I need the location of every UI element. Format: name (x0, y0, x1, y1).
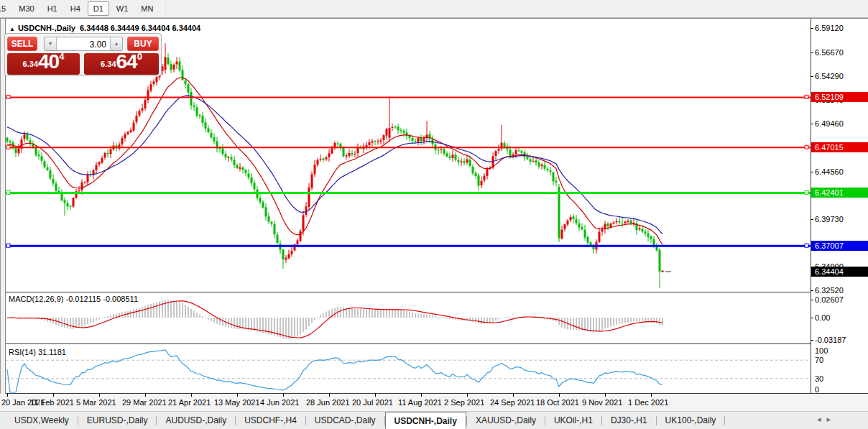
price-tick-label: 6.56670 (815, 48, 844, 57)
buy-price-prefix: 6.34 (101, 60, 116, 68)
current-bar (662, 271, 664, 272)
tabbar-left-pad (0, 412, 6, 429)
price-tick-label: 6.32520 (815, 286, 844, 295)
time-tickmark (237, 394, 238, 397)
hline-handle (805, 244, 808, 247)
price-badge-6.47015: 6.47015 (811, 142, 868, 152)
macd-values: -0.012115 -0.008511 (65, 295, 138, 303)
volume-stepper: ▼ 3.00 ▲ (44, 37, 123, 51)
price-tickmark (811, 172, 813, 172)
hline-handle (6, 190, 10, 194)
pane-splitter-macd[interactable] (6, 292, 868, 292)
tab-scroll-arrows[interactable]: ◂▸ (817, 415, 836, 424)
rsi-line (7, 350, 662, 392)
time-tickmark (191, 394, 192, 397)
sell-button[interactable]: SELL (7, 37, 37, 51)
pane-splitter-rsi[interactable] (6, 343, 868, 344)
time-axis[interactable]: 20 Jan 202111 Feb 20215 Mar 202129 Mar 2… (0, 394, 868, 411)
symbol-period-label: USDCNH-,Daily (18, 24, 75, 32)
tab-eurusd-daily[interactable]: EURUSD-,Daily (78, 412, 157, 429)
timeframe-d1[interactable]: D1 (88, 1, 109, 16)
symbol-tabbar: USDX,WeeklyEURUSD-,DailyAUDUSD-,DailyUSD… (0, 411, 868, 429)
price-tick-label: 6.49460 (815, 119, 844, 128)
time-axis-label: 13 May 2021 (214, 398, 260, 407)
volume-increase-icon[interactable]: ▲ (110, 37, 122, 50)
time-axis-label: 1 Dec 2021 (628, 398, 668, 407)
hline-handle (805, 145, 808, 149)
tab-usdx-weekly[interactable]: USDX,Weekly (6, 412, 78, 429)
buy-button[interactable]: BUY (127, 37, 159, 51)
price-tickmark (811, 28, 813, 29)
time-tickmark (605, 394, 606, 397)
buy-price-pip: 0 (137, 51, 142, 62)
buy-price-button[interactable]: 6.34640 (84, 53, 159, 75)
ma-fast-line (7, 78, 662, 245)
hline-handle (6, 95, 10, 98)
timeframe-w1[interactable]: W1 (111, 1, 134, 16)
tab-ukoil-h1[interactable]: UKOil-,H1 (545, 412, 601, 429)
tab-separator (724, 416, 725, 425)
time-tickmark (651, 394, 652, 397)
timeframe-toolbar: 15M30H1H4D1W1MN (0, 0, 868, 18)
price-axis[interactable]: 6.591206.566706.542906.518406.494606.445… (811, 19, 868, 393)
tab-usdchf-h4[interactable]: USDCHF-,H4 (236, 412, 305, 429)
volume-input[interactable]: 3.00 (57, 37, 110, 50)
price-tickmark (811, 219, 813, 220)
price-tickmark (811, 290, 813, 291)
price-tickmark (811, 76, 813, 77)
tab-dj30-h1[interactable]: DJ30-,H1 (602, 412, 656, 429)
macd-tick-label: 0.02607 (815, 295, 844, 304)
hline-handle (6, 244, 10, 247)
timeframe-h1[interactable]: H1 (42, 1, 63, 16)
tab-audusd-daily[interactable]: AUDUSD-,Daily (157, 412, 235, 429)
time-tickmark (283, 394, 284, 397)
timeframe-h4[interactable]: H4 (65, 1, 86, 16)
time-tickmark (145, 394, 146, 397)
time-tickmark (375, 394, 376, 397)
price-tick-label: 6.44560 (815, 167, 844, 176)
rsi-label: RSI(14) 31.1181 (9, 348, 66, 356)
macd-tickmark (811, 340, 813, 341)
time-axis-label: 9 Nov 2021 (582, 398, 622, 407)
timeframe-15[interactable]: 15 (0, 1, 11, 16)
tab-uk100-daily[interactable]: UK100-,Daily (657, 412, 725, 429)
chart-title: ▲USDCNH-,Daily6.34448 6.34449 6.34404 6.… (9, 24, 200, 32)
time-axis-label: 18 Oct 2021 (536, 398, 579, 407)
time-tickmark (99, 394, 100, 397)
price-tickmark (811, 124, 813, 124)
rsi-tick-label: 100 (815, 346, 828, 355)
time-axis-label: 2 Sep 2021 (444, 398, 484, 407)
tab-usdcnh-daily[interactable]: USDCNH-,Daily (385, 412, 466, 429)
timeframe-mn[interactable]: MN (135, 1, 159, 16)
hline-handle (6, 145, 10, 149)
buy-price-main: 64 (116, 50, 137, 73)
time-axis-label: 4 Jun 2021 (260, 398, 299, 407)
rsi-tick-label: 70 (815, 356, 823, 364)
ma-slow-line (7, 96, 662, 234)
timeframe-m30[interactable]: M30 (13, 1, 40, 16)
collapse-panel-icon[interactable]: ▲ (9, 26, 15, 32)
macd-histogram (6, 300, 663, 339)
time-tickmark (421, 394, 422, 397)
tab-scroll-right-icon[interactable]: ▸ (827, 415, 837, 423)
one-click-trading-panel: SELL ▼ 3.00 ▲ BUY 6.34404 6.34640 (4, 33, 162, 76)
price-badge-6.42401: 6.42401 (811, 188, 868, 198)
rsi-tick-label: 0 (815, 385, 819, 394)
price-tick-label: 6.54290 (815, 72, 844, 80)
macd-tick-label: -0.03187 (815, 336, 846, 344)
time-axis-label: 11 Feb 2021 (30, 398, 74, 407)
time-axis-label: 28 Jun 2021 (306, 398, 350, 407)
ohlc-values: 6.34448 6.34449 6.34404 6.34404 (80, 24, 200, 32)
price-badge-6.52109: 6.52109 (811, 92, 868, 102)
time-axis-label: 5 Mar 2021 (76, 398, 116, 407)
time-axis-label: 24 Sep 2021 (490, 398, 535, 407)
time-tickmark (513, 394, 514, 397)
price-badge-6.34404: 6.34404 (811, 267, 868, 277)
time-tickmark (467, 394, 468, 397)
tab-xauusd-daily[interactable]: XAUUSD-,Daily (467, 412, 545, 429)
macd-label: MACD(12,26,9) -0.012115 -0.008511 (9, 295, 138, 303)
tab-scroll-left-icon[interactable]: ◂ (817, 415, 827, 423)
tab-usdcad-daily[interactable]: USDCAD-,Daily (306, 412, 384, 429)
volume-decrease-icon[interactable]: ▼ (45, 37, 57, 50)
sell-price-button[interactable]: 6.34404 (7, 53, 80, 75)
